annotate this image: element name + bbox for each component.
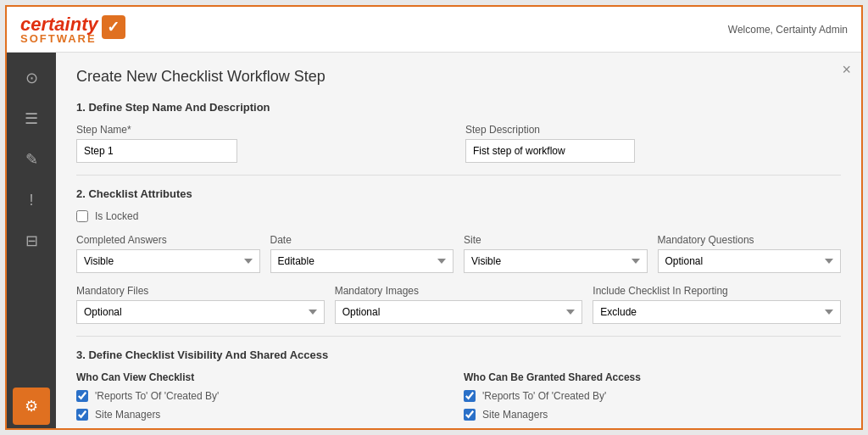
dropdown-grid-2: Mandatory Files Optional Required Mandat… — [76, 285, 841, 324]
report-icon: ⊟ — [25, 231, 38, 250]
completed-answers-select[interactable]: Visible Hidden Editable — [76, 249, 260, 273]
date-select[interactable]: Editable Visible Hidden — [270, 249, 454, 273]
section3-header: 3. Define Checklist Visibility And Share… — [76, 349, 841, 361]
welcome-text: Welcome, Certainty Admin — [728, 24, 848, 36]
mandatory-questions-label: Mandatory Questions — [658, 234, 842, 246]
close-button[interactable]: × — [842, 61, 851, 79]
sidebar: ⊙ ☰ ✎ ! ⊟ ⚙ — [7, 53, 56, 428]
divider1 — [76, 175, 841, 176]
step-name-label: Step Name* — [76, 124, 452, 136]
mandatory-questions-group: Mandatory Questions Optional Required — [658, 234, 842, 273]
view-checkbox-1[interactable] — [76, 409, 88, 421]
site-label: Site — [464, 234, 648, 246]
access-label-1: Site Managers — [482, 409, 548, 421]
view-checkbox-0[interactable] — [76, 390, 88, 402]
access-item-0: 'Reports To' Of 'Created By' — [464, 390, 841, 402]
mandatory-files-group: Mandatory Files Optional Required — [76, 285, 325, 324]
sidebar-item-edit[interactable]: ✎ — [13, 141, 50, 178]
step-desc-group: Step Description — [465, 124, 841, 163]
settings-icon: ⚙ — [25, 397, 38, 415]
date-label: Date — [270, 234, 454, 246]
access-col: Who Can Be Granted Shared Access 'Report… — [464, 371, 841, 427]
view-label-0: 'Reports To' Of 'Created By' — [95, 390, 219, 402]
header: certainty SOFTWARE Welcome, Certainty Ad… — [7, 7, 861, 53]
view-label-1: Site Managers — [95, 409, 160, 421]
form-title: Create New Checklist Workflow Step — [76, 68, 841, 86]
include-checklist-group: Include Checklist In Reporting Exclude I… — [593, 285, 841, 324]
mandatory-images-select[interactable]: Optional Required — [335, 300, 583, 324]
step-name-input[interactable] — [76, 139, 237, 163]
view-col-header: Who Can View Checklist — [76, 371, 453, 383]
divider2 — [76, 336, 841, 337]
site-select[interactable]: Visible Hidden Editable — [464, 249, 648, 273]
sidebar-item-checklist[interactable]: ☰ — [13, 100, 50, 137]
sidebar-item-alert[interactable]: ! — [13, 181, 50, 219]
view-item-0: 'Reports To' Of 'Created By' — [76, 390, 453, 402]
view-col: Who Can View Checklist 'Reports To' Of '… — [76, 371, 453, 427]
content-area: × Create New Checklist Workflow Step 1. … — [56, 53, 861, 428]
alert-icon: ! — [29, 192, 33, 209]
step-desc-input[interactable] — [465, 139, 635, 163]
sidebar-item-settings[interactable]: ⚙ — [13, 388, 50, 425]
section1-header: 1. Define Step Name And Description — [76, 101, 841, 114]
mandatory-images-label: Mandatory Images — [335, 285, 583, 297]
is-locked-row: Is Locked — [76, 210, 841, 222]
completed-answers-label: Completed Answers — [76, 234, 260, 246]
mandatory-questions-select[interactable]: Optional Required — [658, 249, 842, 273]
section2-header: 2. Checklist Attributes — [76, 187, 841, 200]
view-item-1: Site Managers — [76, 409, 453, 421]
access-checkbox-0[interactable] — [464, 390, 476, 402]
access-col-header: Who Can Be Granted Shared Access — [464, 371, 841, 383]
sidebar-item-dashboard[interactable]: ⊙ — [13, 59, 50, 97]
sidebar-item-report[interactable]: ⊟ — [13, 222, 50, 259]
access-item-1: Site Managers — [464, 409, 841, 421]
completed-answers-group: Completed Answers Visible Hidden Editabl… — [76, 234, 260, 273]
mandatory-files-label: Mandatory Files — [76, 285, 325, 297]
is-locked-label: Is Locked — [95, 210, 138, 222]
is-locked-checkbox[interactable] — [76, 210, 88, 222]
logo: certainty SOFTWARE — [20, 14, 125, 45]
edit-icon: ✎ — [25, 150, 38, 169]
access-checkbox-1[interactable] — [464, 409, 476, 421]
logo-software-text: SOFTWARE — [20, 32, 98, 45]
access-label-0: 'Reports To' Of 'Created By' — [482, 390, 606, 402]
include-checklist-select[interactable]: Exclude Include — [593, 300, 841, 324]
date-group: Date Editable Visible Hidden — [270, 234, 454, 273]
dashboard-icon: ⊙ — [25, 69, 38, 87]
include-checklist-label: Include Checklist In Reporting — [593, 285, 841, 297]
site-group: Site Visible Hidden Editable — [464, 234, 648, 273]
checklist-icon: ☰ — [25, 109, 38, 128]
dropdown-grid-1: Completed Answers Visible Hidden Editabl… — [76, 234, 841, 273]
step-name-group: Step Name* — [76, 124, 452, 163]
step-desc-label: Step Description — [465, 124, 841, 136]
access-grid: Who Can View Checklist 'Reports To' Of '… — [76, 371, 841, 427]
logo-check-icon — [102, 15, 125, 39]
mandatory-files-select[interactable]: Optional Required — [76, 300, 325, 324]
mandatory-images-group: Mandatory Images Optional Required — [335, 285, 583, 324]
form-container: × Create New Checklist Workflow Step 1. … — [56, 53, 861, 428]
section1-fields: Step Name* Step Description — [76, 124, 841, 163]
